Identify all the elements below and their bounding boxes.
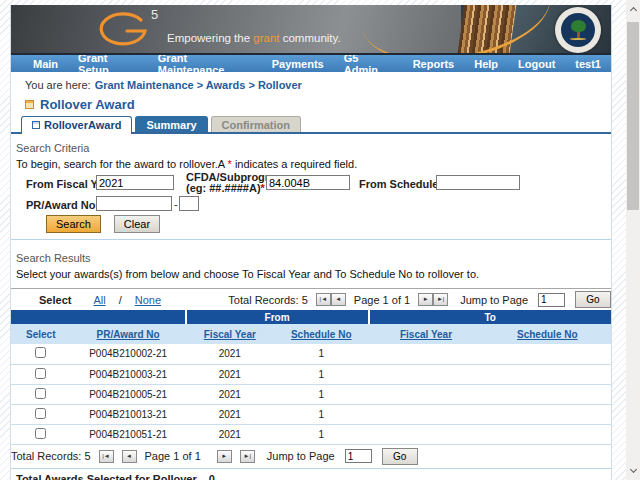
row-select-cell — [11, 344, 71, 364]
header-banner: 5 Empowering the grant community. — [11, 5, 611, 55]
col-header-to-schedule-no-link[interactable]: Schedule No — [517, 329, 578, 340]
tagline-post: community. — [280, 32, 341, 44]
row-from-fiscal-year: 2021 — [186, 384, 274, 404]
row-select-cell — [11, 364, 71, 384]
select-label: Select — [39, 294, 71, 306]
row-from-fiscal-year: 2021 — [186, 404, 274, 424]
select-none-link[interactable]: None — [135, 294, 161, 306]
pr-award-suffix-input[interactable] — [179, 196, 199, 211]
criteria-separator — [11, 239, 611, 240]
nav-item-main[interactable]: Main — [23, 58, 68, 70]
all-none-separator: / — [119, 294, 122, 306]
row-to-schedule-no — [484, 424, 611, 444]
col-header-from-fiscal-year-link[interactable]: Fiscal Year — [204, 329, 256, 340]
total-records-label: Total Records: 5 — [228, 294, 308, 306]
rollover-total-footer: Total Awards Selected for Rollover0 — [16, 473, 611, 480]
breadcrumb-prefix: You are here: — [25, 79, 91, 91]
page-indicator: Page 1 of 1 — [145, 450, 201, 462]
nav-item-g5-admin[interactable]: G5 Admin — [334, 52, 403, 76]
search-results-heading: Search Results — [16, 252, 611, 264]
row-checkbox[interactable] — [35, 428, 46, 439]
prev-page-button[interactable]: ◄ — [331, 293, 346, 306]
nav-item-grant-maintenance[interactable]: Grant Maintenance — [148, 52, 262, 76]
col-header-from-schedule-no-link[interactable]: Schedule No — [291, 329, 352, 340]
chevron-up-icon — [629, 7, 636, 14]
jump-to-page-label: Jump to Page — [460, 294, 528, 306]
row-to-schedule-no — [484, 364, 611, 384]
scroll-up-arrow[interactable] — [626, 2, 640, 16]
scroll-down-arrow[interactable] — [626, 464, 640, 478]
pr-award-no-input[interactable] — [96, 196, 172, 211]
row-to-fiscal-year — [369, 384, 484, 404]
search-results-instruction: Select your awards(s) from below and cho… — [16, 268, 611, 280]
col-header-to-fiscal-year: Fiscal Year — [369, 324, 484, 344]
col-header-pr-award-no-link[interactable]: PR/Award No — [97, 329, 160, 340]
g5-logo-icon — [95, 12, 151, 52]
next-page-button[interactable]: ► — [217, 450, 232, 463]
col-header-from-schedule-no: Schedule No — [274, 324, 369, 344]
from-fiscal-year-input[interactable] — [96, 175, 174, 190]
row-pr-award-no: P004B210005-21 — [71, 384, 186, 404]
nav-item-logout[interactable]: Logout — [508, 58, 565, 70]
row-checkbox[interactable] — [35, 368, 46, 379]
from-schedule-no-input[interactable] — [436, 175, 520, 190]
page-title-row: Rollover Award — [25, 96, 611, 112]
row-checkbox[interactable] — [35, 388, 46, 399]
chevron-down-icon — [629, 466, 636, 473]
last-page-button[interactable]: ►| — [240, 450, 255, 463]
group-header-blank — [11, 310, 186, 324]
first-page-button[interactable]: |◄ — [316, 293, 331, 306]
nav-item-help[interactable]: Help — [464, 58, 508, 70]
last-page-button[interactable]: ►| — [433, 293, 448, 306]
tab-summary[interactable]: Summary — [135, 116, 207, 132]
row-from-schedule-no: 1 — [274, 364, 369, 384]
nav-item-username[interactable]: test1 — [565, 58, 611, 70]
search-criteria-heading: Search Criteria — [16, 142, 611, 154]
tab-rollover-award[interactable]: RolloverAward — [21, 116, 132, 134]
pagination-bottom: Total Records: 5 |◄ ◄ Page 1 of 1 ► ►| J… — [11, 448, 597, 465]
breadcrumb-path[interactable]: Grant Maintenance > Awards > Rollover — [95, 79, 302, 91]
tagline-pre: Empowering the — [167, 32, 253, 44]
search-button[interactable]: Search — [46, 215, 101, 233]
content-area: 5 Empowering the grant community. Main G… — [10, 5, 612, 480]
row-from-fiscal-year: 2021 — [186, 344, 274, 364]
prev-page-button[interactable]: ◄ — [122, 450, 137, 463]
clear-button[interactable]: Clear — [114, 215, 160, 233]
total-awards-selected-label: Total Awards Selected for Rollover — [16, 473, 197, 480]
row-to-schedule-no — [484, 344, 611, 364]
first-page-button[interactable]: |◄ — [99, 450, 114, 463]
table-row: P004B210013-21 2021 1 — [11, 404, 611, 424]
table-column-header-row: Select PR/Award No Fiscal Year Schedule … — [11, 324, 611, 344]
row-from-fiscal-year: 2021 — [186, 424, 274, 444]
footer-separator — [11, 468, 611, 469]
row-to-schedule-no — [484, 384, 611, 404]
cfda-subprogram-input[interactable] — [266, 175, 350, 190]
scrollbar-thumb[interactable] — [627, 22, 639, 210]
nav-item-payments[interactable]: Payments — [262, 58, 334, 70]
jump-to-page-input[interactable] — [345, 449, 372, 463]
total-awards-selected-value: 0 — [209, 473, 215, 480]
search-criteria-instruction: To begin, search for the award to rollov… — [16, 158, 611, 170]
row-to-schedule-no — [484, 404, 611, 424]
nav-item-reports[interactable]: Reports — [403, 58, 465, 70]
department-of-education-seal-icon — [555, 7, 601, 53]
go-button[interactable]: Go — [575, 291, 611, 308]
col-header-to-schedule-no: Schedule No — [484, 324, 611, 344]
next-page-button[interactable]: ► — [418, 293, 433, 306]
total-records-text: Total Records: — [11, 450, 81, 462]
jump-to-page-label: Jump to Page — [267, 450, 335, 462]
go-button[interactable]: Go — [382, 448, 418, 465]
row-from-schedule-no: 1 — [274, 424, 369, 444]
select-all-link[interactable]: All — [93, 294, 105, 306]
jump-to-page-input[interactable] — [538, 293, 565, 307]
page-indicator: Page 1 of 1 — [354, 294, 410, 306]
seal-tree-icon — [571, 20, 586, 32]
nav-item-grant-setup[interactable]: Grant Setup — [68, 52, 148, 76]
pr-award-no-label: PR/Award No — [26, 199, 95, 211]
vertical-scrollbar[interactable] — [626, 0, 640, 480]
tab-bar: RolloverAward Summary Confirmation — [11, 114, 611, 134]
row-pr-award-no: P004B210003-21 — [71, 364, 186, 384]
row-checkbox[interactable] — [35, 347, 46, 358]
col-header-to-fiscal-year-link[interactable]: Fiscal Year — [400, 329, 452, 340]
row-checkbox[interactable] — [35, 408, 46, 419]
